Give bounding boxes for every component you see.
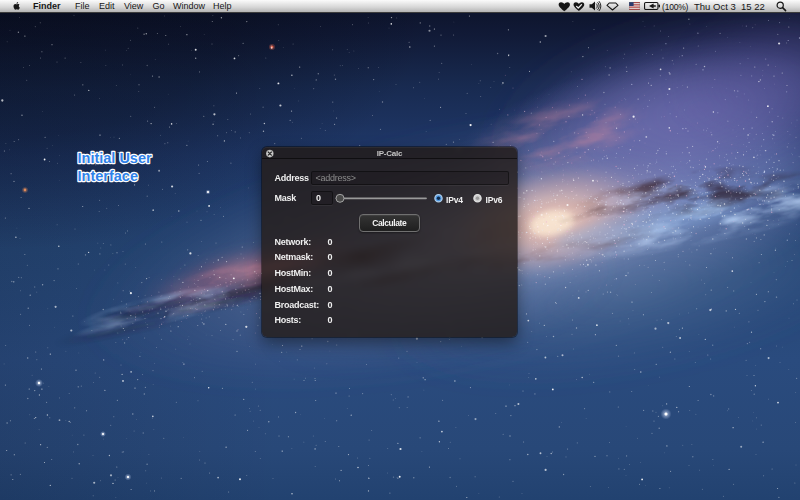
svg-text:Initial User: Initial User — [78, 150, 152, 166]
svg-text:Interface: Interface — [78, 168, 138, 184]
